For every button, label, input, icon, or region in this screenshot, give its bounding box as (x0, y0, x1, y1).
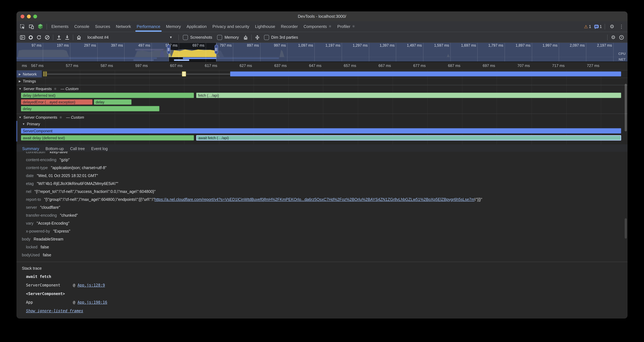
traffic-lights (20, 15, 37, 19)
react-devtools-extension-button[interactable] (36, 22, 44, 31)
frame-source-link[interactable]: App.js:128:9 (78, 283, 105, 287)
zoom-button[interactable] (33, 15, 37, 19)
tab-privacy-and-security[interactable]: Privacy and security (210, 21, 252, 32)
collect-garbage-button[interactable] (241, 33, 250, 41)
dim-3rd-parties-toggle[interactable]: Dim 3rd parties (264, 35, 298, 40)
tab-console[interactable]: Console (71, 21, 92, 32)
selection-handle-left[interactable] (167, 45, 170, 54)
overview-tick-label: 2,097 ms (570, 44, 586, 47)
value-suffix: \"}]}" (474, 197, 482, 202)
network-track-label[interactable]: ▶Network (16, 71, 628, 78)
tab-label: Memory (166, 24, 181, 29)
track-server-components[interactable]: ▼Server Components⚛— Custom (16, 114, 628, 121)
flame-bar-delayederror-ayed-exception[interactable]: delayedError (…ayed exception) (21, 99, 92, 105)
overview-tick-label: 897 ms (247, 44, 260, 47)
network-overview-bar (174, 59, 189, 61)
track-network[interactable]: ▶Network (16, 71, 628, 78)
flame-bar-servercomponent[interactable]: ServerComponent (21, 128, 621, 134)
tab-sources[interactable]: Sources (92, 21, 113, 32)
chevron-expanded-icon: ▼ (19, 116, 22, 119)
custom-track-suffix: — Custom (60, 87, 78, 91)
record-button[interactable] (26, 33, 35, 41)
property-name: report-to (26, 197, 41, 202)
overview-tick-label: 1,997 ms (542, 44, 559, 47)
toggle-sidebar-button[interactable] (18, 33, 26, 41)
tab-label: Event log (91, 146, 108, 151)
collapse-tracks-button[interactable] (253, 33, 261, 41)
tab-lighthouse[interactable]: Lighthouse (252, 21, 278, 32)
ruler-tick-label: 687 ms (448, 64, 462, 68)
ruler-tick-label: 727 ms (587, 64, 601, 68)
timings-track-label[interactable]: ▶Timings (16, 78, 628, 85)
track-server-requests[interactable]: ▼Server Requests⚛— Custom (16, 85, 628, 92)
tab-components[interactable]: Components⚛ (300, 21, 334, 32)
timeline-ruler[interactable]: ms567 ms577 ms587 ms597 ms607 ms617 ms62… (16, 62, 628, 71)
track-primary-group[interactable]: ▼Primary (16, 121, 628, 127)
navigate-home-button[interactable] (75, 33, 83, 41)
clear-button[interactable] (43, 33, 51, 41)
tracks-scrollbar-thumb[interactable] (625, 84, 627, 131)
ruler-tick-label: 577 ms (66, 64, 80, 68)
show-ignore-listed-frames-link-text[interactable]: Show ignore-listed frames (26, 309, 83, 313)
track-server-components-label[interactable]: ▼Server Components⚛— Custom (16, 114, 628, 121)
memory-toggle[interactable]: Memory (217, 35, 239, 40)
property-value: "Express" (53, 229, 70, 233)
tab-memory[interactable]: Memory (163, 21, 184, 32)
property-value: "{\"group\":\"cf-nel\",\"max_age\":60480… (44, 197, 482, 202)
memory-checkbox[interactable] (217, 35, 222, 40)
record-and-reload-button[interactable] (35, 33, 43, 41)
flame-bar-delay-deferred-text[interactable]: delay (deferred text) (21, 93, 194, 98)
overview-grid-line (97, 43, 98, 62)
flame-bar-delay[interactable]: delay (21, 106, 160, 111)
flame-bar-await-fetch-api[interactable]: await fetch (…/api) (196, 135, 621, 141)
minimize-button[interactable] (27, 15, 31, 19)
primary-group-label[interactable]: ▼Primary (16, 121, 628, 127)
screenshots-toggle[interactable]: Screenshots (183, 35, 212, 40)
history-select[interactable]: localhost #4 ▼ (84, 34, 176, 41)
save-profile-button[interactable] (63, 33, 71, 41)
tab-elements[interactable]: Elements (48, 21, 71, 32)
device-toolbar-button[interactable] (27, 22, 36, 31)
ruler-tick-label: 597 ms (135, 64, 150, 68)
track-timings[interactable]: ▶Timings (16, 78, 628, 85)
issues-badge[interactable]: 1 (594, 24, 602, 29)
capture-settings-button[interactable]: ⚙ (609, 33, 618, 41)
property-value: "chunked" (60, 213, 78, 217)
download-icon (65, 35, 70, 40)
tab-recorder[interactable]: Recorder (278, 21, 300, 32)
property-row-nel: nel"{\"report_to\":\"cf-nel\",\"success_… (16, 187, 628, 195)
flame-bar-fetch-api[interactable]: fetch (…/api) (196, 93, 621, 98)
warnings-badge[interactable]: ⚠ 1 (584, 24, 591, 29)
report-to-url-link[interactable]: https://a.nel.cloudflare.com/report/v4?s… (154, 197, 474, 202)
show-ignore-listed-frames-link[interactable]: Show ignore-listed frames (26, 309, 628, 313)
screenshots-checkbox[interactable] (183, 35, 188, 40)
close-button[interactable] (20, 15, 24, 19)
overview-tick-label: 1,197 ms (325, 44, 342, 47)
overview-grid-line (559, 43, 559, 62)
flame-bar-delay[interactable]: delay (94, 99, 132, 105)
stack-async-label: await fetch (26, 274, 628, 279)
overview-tick-label: 997 ms (274, 44, 287, 47)
settings-button[interactable]: ⚙ (608, 22, 616, 31)
overview-tick-label: 97 ms (32, 44, 43, 47)
selection-handle-right[interactable] (214, 45, 218, 54)
tab-application[interactable]: Application (184, 21, 210, 32)
help-button[interactable]: ? (618, 33, 626, 41)
load-profile-button[interactable] (55, 33, 63, 41)
tab-profiler[interactable]: Profiler⚛ (334, 21, 358, 32)
track-server-requests-label[interactable]: ▼Server Requests⚛— Custom (16, 85, 628, 92)
flame-bar-await-delay-deferred-text[interactable]: await delay (deferred text) (21, 135, 194, 141)
overview-grid-line (314, 43, 315, 62)
tabbar-right-separator (605, 24, 605, 29)
frame-source-link[interactable]: App.js:190:16 (78, 300, 107, 304)
chevron-down-icon: ▼ (169, 36, 172, 39)
timeline-overview[interactable]: 97 ms197 ms297 ms397 ms497 ms597 ms697 m… (16, 43, 628, 62)
more-options-button[interactable]: ⋮ (618, 22, 626, 31)
tab-network[interactable]: Network (113, 21, 134, 32)
inspect-element-button[interactable] (18, 22, 26, 31)
dim-3rd-parties-checkbox[interactable] (264, 35, 269, 40)
summary-scrollbar-thumb[interactable] (625, 218, 627, 239)
record-icon (28, 35, 33, 40)
tab-performance[interactable]: Performance (134, 21, 163, 32)
ruler-tick-label: 617 ms (205, 64, 219, 68)
